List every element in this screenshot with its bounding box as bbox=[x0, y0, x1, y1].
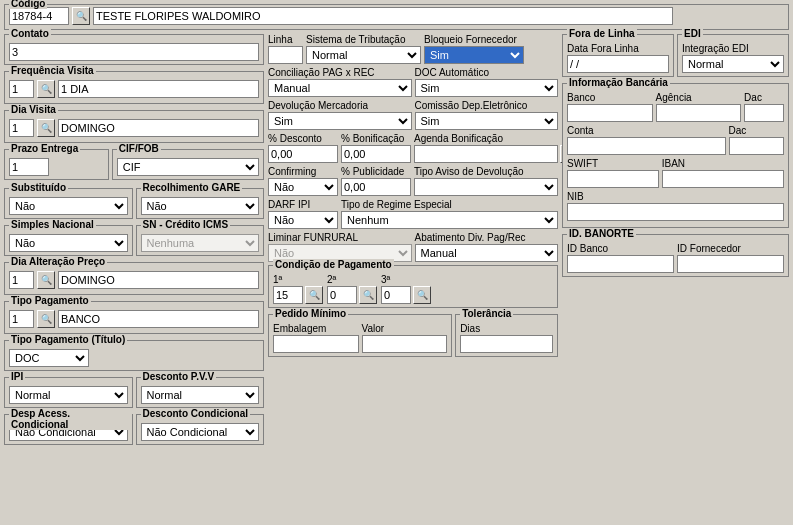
dac2-input[interactable] bbox=[729, 137, 784, 155]
recolhimento-select[interactable]: Não bbox=[141, 197, 260, 215]
cond-pag-label: Condição de Pagamento bbox=[273, 259, 394, 270]
codigo-label: Código bbox=[9, 0, 47, 9]
fora-linha-label: Fora de Linha bbox=[567, 28, 637, 39]
dia-visita-search-button[interactable]: 🔍 bbox=[37, 119, 55, 137]
simples-select[interactable]: Não bbox=[9, 234, 128, 252]
doc-auto-select[interactable]: Sim bbox=[415, 79, 559, 97]
embalagem-input[interactable] bbox=[273, 335, 359, 353]
frequencia-label: Frequência Visita bbox=[9, 65, 96, 76]
pedido-min-label: Pedido Mínimo bbox=[273, 308, 348, 319]
id-banco-input[interactable] bbox=[567, 255, 674, 273]
dia-alt-label: Dia Alteração Preço bbox=[9, 256, 107, 267]
tipo-pag-num-input[interactable] bbox=[9, 310, 34, 328]
sistema-trib-label: Sistema de Tributação bbox=[306, 34, 421, 45]
desp-acess-label: Desp Acess. Condicional bbox=[9, 408, 132, 430]
swift-input[interactable] bbox=[567, 170, 659, 188]
data-fora-input[interactable] bbox=[567, 55, 669, 73]
desconto-cond-select[interactable]: Não Condicional bbox=[141, 423, 260, 441]
cond-pag-2-input[interactable] bbox=[327, 286, 357, 304]
darf-ipi-label: DARF IPI bbox=[268, 199, 338, 210]
bloqueio-forn-select[interactable]: Sim bbox=[424, 46, 524, 64]
sistema-trib-select[interactable]: Normal bbox=[306, 46, 421, 64]
tipo-pag-label: Tipo Pagamento bbox=[9, 295, 91, 306]
desconto-label: % Desconto bbox=[268, 133, 338, 144]
contato-input[interactable] bbox=[9, 43, 259, 61]
sn-select[interactable]: Nenhuma bbox=[141, 234, 260, 252]
id-forn-label: ID Fornecedor bbox=[677, 243, 784, 254]
bonificacao-label: % Bonificação bbox=[341, 133, 411, 144]
iban-input[interactable] bbox=[662, 170, 784, 188]
codigo-input[interactable] bbox=[9, 7, 69, 25]
cond-pag-1-search[interactable]: 🔍 bbox=[305, 286, 323, 304]
dia-visita-label: Dia Visita bbox=[9, 104, 58, 115]
swift-label: SWIFT bbox=[567, 158, 659, 169]
tipo-pag-text-input[interactable] bbox=[58, 310, 259, 328]
codigo-search-button[interactable]: 🔍 bbox=[72, 7, 90, 25]
contato-label: Contato bbox=[9, 28, 51, 39]
linha-label: Linha bbox=[268, 34, 303, 45]
publicidade-label: % Publicidade bbox=[341, 166, 411, 177]
embalagem-label: Embalagem bbox=[273, 323, 359, 334]
sn-credito-label: SN - Crédito ICMS bbox=[141, 219, 231, 230]
dac-label: Dac bbox=[744, 92, 784, 103]
cond-pag-2a-label: 2ª bbox=[327, 274, 377, 285]
devolucao-select[interactable]: Sim bbox=[268, 112, 412, 130]
cif-select[interactable]: CIF bbox=[117, 158, 259, 176]
integracao-select[interactable]: Normal bbox=[682, 55, 784, 73]
recolhimento-label: Recolhimento GARE bbox=[141, 182, 243, 193]
tipo-pag-search-button[interactable]: 🔍 bbox=[37, 310, 55, 328]
linha-input[interactable] bbox=[268, 46, 303, 64]
cifofb-label: CIF/FOB bbox=[117, 143, 161, 154]
frequencia-text-input[interactable] bbox=[58, 80, 259, 98]
cond-pag-3-search[interactable]: 🔍 bbox=[413, 286, 431, 304]
desconto-input[interactable] bbox=[268, 145, 338, 163]
desconto-pvv-select[interactable]: Normal bbox=[141, 386, 260, 404]
substituido-label: Substituído bbox=[9, 182, 68, 193]
confirming-select[interactable]: Não bbox=[268, 178, 338, 196]
substituido-select[interactable]: Não bbox=[9, 197, 128, 215]
nome-input[interactable] bbox=[93, 7, 673, 25]
abatimento-label: Abatimento Div. Pag/Rec bbox=[415, 232, 559, 243]
darf-ipi-select[interactable]: Não bbox=[268, 211, 338, 229]
abatimento-select[interactable]: Manual bbox=[415, 244, 559, 262]
iban-label: IBAN bbox=[662, 158, 784, 169]
cond-pag-1-input[interactable] bbox=[273, 286, 303, 304]
conta-input[interactable] bbox=[567, 137, 726, 155]
tipo-aviso-select[interactable] bbox=[414, 178, 558, 196]
liminar-label: Liminar FUNRURAL bbox=[268, 232, 412, 243]
tolerancia-label: Tolerância bbox=[460, 308, 513, 319]
nib-input[interactable] bbox=[567, 203, 784, 221]
frequencia-search-button[interactable]: 🔍 bbox=[37, 80, 55, 98]
dias-input[interactable] bbox=[460, 335, 553, 353]
dia-alt-text-input[interactable] bbox=[58, 271, 259, 289]
dia-alt-search-button[interactable]: 🔍 bbox=[37, 271, 55, 289]
valor-input[interactable] bbox=[362, 335, 448, 353]
tipo-pag-tit-select[interactable]: DOC bbox=[9, 349, 89, 367]
dia-alt-num-input[interactable] bbox=[9, 271, 34, 289]
id-forn-input[interactable] bbox=[677, 255, 784, 273]
conta-label: Conta bbox=[567, 125, 726, 136]
conciliacao-select[interactable]: Manual bbox=[268, 79, 412, 97]
cond-pag-3-input[interactable] bbox=[381, 286, 411, 304]
frequencia-num-input[interactable] bbox=[9, 80, 34, 98]
bonificacao-input[interactable] bbox=[341, 145, 411, 163]
ipi-select[interactable]: Normal bbox=[9, 386, 128, 404]
cond-pag-1a-label: 1ª bbox=[273, 274, 323, 285]
banco-label: Banco bbox=[567, 92, 653, 103]
tipo-pag-tit-label: Tipo Pagamento (Título) bbox=[9, 334, 127, 345]
cond-pag-2-search[interactable]: 🔍 bbox=[359, 286, 377, 304]
comissao-select[interactable]: Sim bbox=[415, 112, 559, 130]
comissao-label: Comissão Dep.Eletrônico bbox=[415, 100, 559, 111]
agencia-input[interactable] bbox=[656, 104, 742, 122]
dia-visita-num-input[interactable] bbox=[9, 119, 34, 137]
conciliacao-label: Conciliação PAG x REC bbox=[268, 67, 412, 78]
dac-input[interactable] bbox=[744, 104, 784, 122]
agenda-bon-input[interactable] bbox=[414, 145, 558, 163]
dia-visita-text-input[interactable] bbox=[58, 119, 259, 137]
cond-pag-3a-label: 3ª bbox=[381, 274, 431, 285]
integracao-label: Integração EDI bbox=[682, 43, 784, 54]
banco-input[interactable] bbox=[567, 104, 653, 122]
publicidade-input[interactable] bbox=[341, 178, 411, 196]
prazo-input[interactable] bbox=[9, 158, 49, 176]
regime-esp-select[interactable]: Nenhum bbox=[341, 211, 558, 229]
